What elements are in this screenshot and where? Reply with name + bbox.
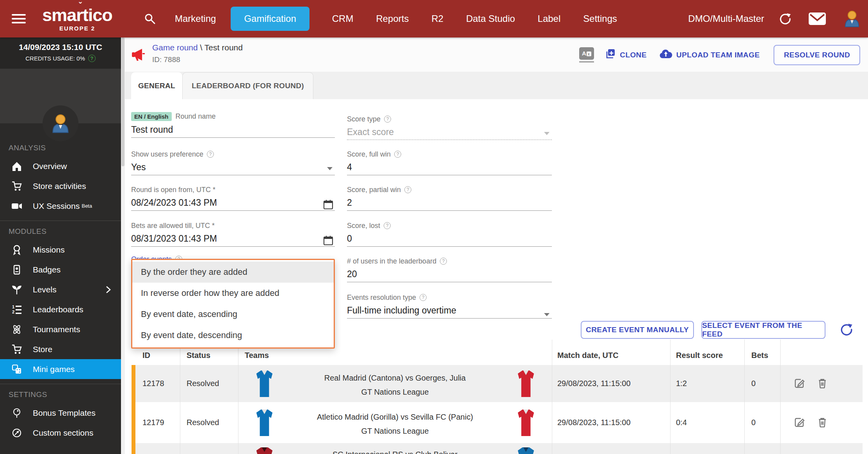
sidebar-item-ux-sessions[interactable]: UX Sessions Beta: [0, 196, 121, 216]
refresh-events-icon[interactable]: [840, 323, 853, 338]
search-icon[interactable]: [144, 12, 156, 25]
column-header-match-date[interactable]: Match date, UTC: [552, 340, 670, 364]
clone-button[interactable]: CLONE: [604, 48, 647, 62]
sidebar-avatar[interactable]: [43, 105, 78, 141]
table-row[interactable]: 12178 Resolved Real Madrid (Cantona) vs …: [132, 365, 863, 402]
column-header-result-score[interactable]: Result score: [670, 340, 744, 364]
help-icon[interactable]: ?: [420, 294, 427, 301]
score-full-win-input[interactable]: 4: [347, 162, 552, 174]
tab-bar: GENERAL LEADERBOARD (FOR ROUND): [125, 72, 868, 99]
upload-label: UPLOAD TEAM IMAGE: [676, 51, 760, 59]
mail-icon[interactable]: [809, 12, 826, 25]
svg-text:2: 2: [12, 310, 14, 314]
breadcrumb-link-game-round[interactable]: Game round: [152, 43, 198, 52]
credits-help-icon[interactable]: ?: [88, 55, 96, 62]
nav-item-settings[interactable]: Settings: [583, 13, 617, 24]
scrollbar-thumb[interactable]: [121, 37, 125, 166]
table-row[interactable]: SC Internacional RS vs Club Bolivar: [132, 443, 863, 454]
compass-icon: [11, 427, 23, 438]
dropdown-option-reverse-order[interactable]: In reverse order how they are added: [132, 283, 334, 304]
sidebar-item-missions[interactable]: Missions: [0, 240, 121, 260]
tab-general[interactable]: GENERAL: [131, 72, 182, 99]
nav-item-gamification[interactable]: Gamification: [231, 7, 309, 31]
sidebar-item-label: Badges: [33, 265, 60, 274]
field-round-name: EN / English Round name Test round: [131, 112, 335, 138]
nav-item-reports[interactable]: Reports: [376, 13, 409, 24]
away-jersey-icon: [517, 446, 535, 454]
edit-event-icon[interactable]: [793, 417, 805, 430]
resolve-label: RESOLVE ROUND: [784, 51, 850, 59]
field-order-events-clipped: Order events?: [131, 255, 248, 259]
help-icon[interactable]: ?: [440, 258, 447, 265]
sidebar-item-bonus-templates[interactable]: Bonus Templates: [0, 403, 121, 423]
round-name-input[interactable]: Test round: [131, 125, 335, 136]
help-icon[interactable]: ?: [384, 222, 391, 229]
sidebar-item-label: Leaderboards: [33, 305, 84, 314]
breadcrumb-separator: \: [198, 43, 205, 52]
sidebar-item-overview[interactable]: Overview: [0, 156, 121, 176]
away-jersey-icon: [517, 408, 535, 439]
language-chip[interactable]: EN / English: [131, 112, 172, 121]
help-icon[interactable]: ?: [384, 116, 391, 123]
main-panel: Game round \ Test round ID: 7888 Ax CLON…: [125, 37, 868, 454]
sidebar-item-store[interactable]: Store: [0, 339, 121, 359]
hamburger-menu-icon[interactable]: [12, 12, 26, 26]
delete-event-icon[interactable]: [816, 377, 828, 391]
resolve-round-button[interactable]: RESOLVE ROUND: [774, 45, 860, 65]
sidebar-item-badges[interactable]: Badges: [0, 260, 121, 280]
sidebar-divider: [0, 384, 121, 384]
beta-badge: Beta: [82, 203, 92, 209]
users-in-leaderboard-input[interactable]: 20: [347, 269, 552, 281]
sidebar-item-custom-sections[interactable]: Custom sections: [0, 423, 121, 443]
round-open-from-input[interactable]: 08/24/2023 01:43 PM: [131, 198, 335, 209]
score-partial-win-input[interactable]: 2: [347, 198, 552, 209]
delete-event-icon[interactable]: [816, 417, 828, 430]
help-icon[interactable]: ?: [404, 186, 411, 193]
sidebar-item-mini-games[interactable]: Mini games: [0, 359, 121, 379]
nav-item-crm[interactable]: CRM: [332, 13, 354, 24]
tab-leaderboard[interactable]: LEADERBOARD (FOR ROUND): [182, 72, 313, 99]
sidebar-item-store-activities[interactable]: Store activities: [0, 176, 121, 196]
refresh-icon[interactable]: [779, 12, 792, 25]
field-score-lost: Score, lost? 0: [347, 221, 552, 247]
sidebar-item-levels[interactable]: Levels: [0, 280, 121, 299]
user-avatar[interactable]: [843, 10, 861, 28]
nav-item-label[interactable]: Label: [538, 13, 561, 24]
events-resolution-type-select[interactable]: Full-time including overtime: [347, 305, 552, 317]
nav-item-r2[interactable]: R2: [431, 13, 443, 24]
help-icon[interactable]: ?: [207, 151, 214, 158]
sidebar-item-leaderboards[interactable]: 12 Leaderboards: [0, 299, 121, 319]
select-event-from-feed-button[interactable]: SELECT EVENT FROM THE FEED: [701, 321, 825, 339]
tenant-selector[interactable]: DMO/Multi-Master: [688, 13, 764, 24]
column-header-bets[interactable]: Bets: [744, 340, 780, 364]
nav-item-marketing[interactable]: Marketing: [175, 13, 216, 24]
sidebar-item-tournaments[interactable]: Tournaments: [0, 319, 121, 339]
dropdown-option-order-added[interactable]: By the order they are added: [132, 262, 334, 283]
brand-logo[interactable]: smarticoˇ EUROPE 2: [37, 6, 118, 31]
nav-item-data-studio[interactable]: Data Studio: [466, 13, 515, 24]
bets-allowed-till-input[interactable]: 08/31/2023 01:43 PM: [131, 233, 335, 245]
create-event-manually-button[interactable]: CREATE EVENT MANUALLY: [581, 321, 694, 339]
edit-event-icon[interactable]: [793, 377, 805, 391]
dropdown-option-date-ascending[interactable]: By event date, ascending: [132, 304, 334, 325]
sidebar-divider: [0, 221, 121, 221]
calendar-icon[interactable]: [323, 235, 333, 247]
sidebar-scrollbar[interactable]: [121, 37, 125, 454]
svg-text:1: 1: [12, 304, 14, 309]
score-lost-input[interactable]: 0: [347, 233, 552, 245]
table-row[interactable]: 12179 Resolved Atletico Madrid (Gorilla)…: [132, 404, 863, 441]
upload-team-image-button[interactable]: UPLOAD TEAM IMAGE: [659, 49, 760, 61]
table-accent-bar: [132, 365, 135, 454]
translate-button[interactable]: Ax: [579, 47, 594, 62]
video-camera-icon: [11, 201, 23, 212]
credits-usage: CREDITS USAGE: 0%: [25, 55, 85, 62]
dropdown-option-date-descending[interactable]: By event date, descending: [132, 325, 334, 346]
medal-icon: [11, 244, 23, 255]
show-users-preference-select[interactable]: Yes: [131, 162, 335, 174]
sidebar-section-analysis: ANALYSIS: [0, 140, 121, 156]
cell-match-date: 29/08/2023, 11:15:00: [552, 365, 670, 402]
field-bets-allowed-till: Bets are allowed till, UTC * 08/31/2023 …: [131, 221, 335, 247]
top-navbar: smarticoˇ EUROPE 2 Marketing Gamificatio…: [0, 0, 868, 37]
calendar-icon[interactable]: [323, 199, 333, 211]
help-icon[interactable]: ?: [394, 151, 401, 158]
